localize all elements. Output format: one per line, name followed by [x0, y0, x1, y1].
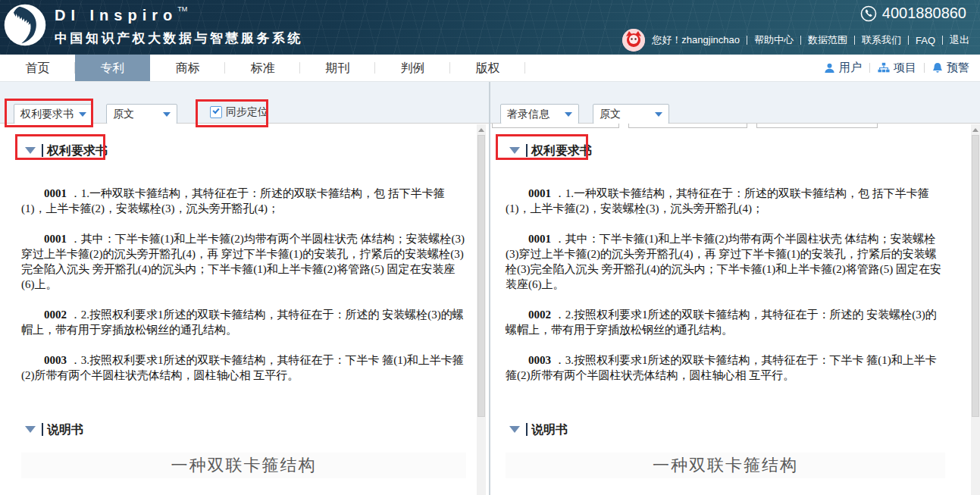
tab-copyright[interactable]: 版权: [450, 55, 525, 81]
right-spec-section-header[interactable]: 说明书: [506, 418, 945, 440]
claim-text: ．1.一种双联卡箍结构，其特征在于：所述的双联卡箍结构，包 括下半卡箍(1)，上…: [506, 187, 929, 215]
nav-user[interactable]: 用户: [824, 61, 862, 75]
avatar: [622, 29, 645, 52]
right-spec-title: 一种双联卡箍结构: [506, 453, 945, 478]
app-header: DI InspiroTM 中国知识产权大数据与智慧服务系统 4001880860: [0, 0, 980, 55]
left-document-pane: 权利要求书 0001 ．1.一种双联卡箍结构，其特征在于：所述的双联卡箍结构，包…: [0, 124, 489, 495]
nav-alert-label: 预警: [947, 61, 969, 75]
collapse-triangle-icon: [25, 147, 36, 154]
divider: [854, 36, 855, 45]
sync-checkbox-label: 同步定位: [226, 105, 268, 119]
phone-block: 4001880860: [860, 5, 966, 22]
right-spec-heading: 说明书: [526, 423, 568, 436]
claim-number: 0003: [44, 354, 67, 366]
left-pane-scrollbar[interactable]: [477, 124, 486, 495]
partial-field-box: [492, 124, 619, 128]
scrollbar-thumb[interactable]: [972, 135, 979, 417]
sync-locate-control: 同步定位: [210, 105, 268, 119]
chevron-down-icon: [655, 112, 662, 117]
bell-icon: [932, 62, 943, 74]
chevron-down-icon: [163, 112, 171, 117]
tab-patent[interactable]: 专利: [75, 55, 150, 81]
logo-icon: [3, 3, 47, 47]
left-claims-heading: 权利要求书: [42, 144, 108, 157]
claim-text: ．1.一种双联卡箍结构，其特征在于：所述的双联卡箍结构，包 括下半卡箍(1)，上…: [21, 187, 445, 215]
claim-paragraph: 0003 ．3.按照权利要求1所述的双联卡箍结构，其特征在于：下半卡 箍(1)和…: [21, 352, 466, 383]
nav-user-label: 用户: [839, 61, 862, 75]
right-view-value: 原文: [600, 108, 621, 121]
main-nav: 首页 专利 商标 标准 期刊 判例 版权 用户 项目 预警: [0, 55, 980, 81]
chevron-down-icon: [79, 112, 86, 117]
left-doc-part-select[interactable]: 权利要求书: [14, 104, 93, 124]
claim-paragraph: 0002 ．2.按照权利要求1所述的双联卡箍结构，其特征在于：所述的 安装螺栓(…: [506, 307, 945, 337]
claim-paragraph: 0003 ．3.按照权利要求1所述的双联卡箍结构，其特征在于：下半卡 箍(1)和…: [506, 352, 945, 383]
tab-standard[interactable]: 标准: [225, 55, 300, 81]
claim-text: ．2.按照权利要求1所述的双联卡箍结构，其特征在于：所述的 安装螺栓(3)的螺帽…: [506, 309, 937, 336]
phone-number: 4001880860: [882, 5, 966, 22]
claim-text: ．3.按照权利要求1所述的双联卡箍结构，其特征在于：下半卡 箍(1)和上半卡箍(…: [21, 354, 464, 381]
tab-case[interactable]: 判例: [375, 55, 450, 81]
divider: [942, 36, 943, 45]
divider: [869, 63, 870, 73]
link-contact-us[interactable]: 联系我们: [862, 33, 901, 47]
brand-block: DI InspiroTM 中国知识产权大数据与智慧服务系统: [55, 7, 303, 47]
link-help-center[interactable]: 帮助中心: [754, 33, 794, 47]
divider: [924, 63, 925, 73]
claim-paragraph: 0001 ．其中：下半卡箍(1)和上半卡箍(2)均带有两个半圆柱状壳 体结构；安…: [21, 231, 466, 292]
left-view-value: 原文: [113, 108, 134, 121]
tab-trademark[interactable]: 商标: [150, 55, 225, 81]
brand-tm: TM: [177, 5, 187, 13]
right-doc-part-select[interactable]: 著录信息: [500, 104, 579, 124]
nav-project-label: 项目: [894, 61, 916, 75]
left-claims-section-header[interactable]: 权利要求书: [21, 139, 466, 161]
link-logout[interactable]: 退出: [950, 33, 969, 47]
right-claims-body: 0001 ．1.一种双联卡箍结构，其特征在于：所述的双联卡箍结构，包 括下半卡箍…: [506, 186, 945, 383]
scroll-up-icon[interactable]: [971, 124, 980, 135]
claim-text: ．其中：下半卡箍(1)和上半卡箍(2)均带有两个半圆柱状壳 体结构；安装螺栓(3…: [506, 233, 941, 290]
nav-right: 用户 项目 预警: [824, 55, 969, 81]
claim-number: 0001: [528, 233, 551, 245]
right-view-select[interactable]: 原文: [593, 104, 669, 124]
left-spec-section-header[interactable]: 说明书: [21, 418, 466, 440]
brand-subtitle: 中国知识产权大数据与智慧服务系统: [55, 30, 303, 47]
divider: [908, 36, 909, 45]
claim-number: 0002: [44, 309, 67, 321]
nav-project[interactable]: 项目: [878, 61, 916, 75]
claim-paragraph: 0001 ．1.一种双联卡箍结构，其特征在于：所述的双联卡箍结构，包 括下半卡箍…: [21, 186, 466, 216]
phone-icon: [860, 5, 877, 22]
claim-text: ．2.按照权利要求1所述的双联卡箍结构，其特征在于：所述的 安装螺栓(3)的螺帽…: [21, 309, 464, 336]
right-claims-section-header[interactable]: 权利要求书: [506, 139, 945, 161]
claim-paragraph: 0002 ．2.按照权利要求1所述的双联卡箍结构，其特征在于：所述的 安装螺栓(…: [21, 307, 466, 337]
divider: [747, 36, 747, 45]
scrollbar-thumb[interactable]: [477, 135, 485, 417]
right-pane-scrollbar[interactable]: [971, 124, 980, 495]
tab-journal[interactable]: 期刊: [300, 55, 375, 81]
project-icon: [878, 62, 890, 74]
claim-number: 0002: [528, 309, 551, 321]
tab-home[interactable]: 首页: [0, 55, 75, 81]
partial-field-box: [628, 124, 747, 128]
claim-text: ．3.按照权利要求1所述的双联卡箍结构，其特征在于：下半卡 箍(1)和上半卡箍(…: [506, 354, 937, 381]
divider: [800, 36, 801, 45]
chevron-down-icon: [565, 112, 572, 117]
partial-field-box: [756, 124, 878, 128]
user-bar: 您好！zhangjinchao 帮助中心 数据范围 联系我们 FAQ 退出: [622, 29, 969, 52]
claim-number: 0001: [44, 233, 67, 245]
link-faq[interactable]: FAQ: [916, 35, 935, 46]
claim-number: 0001: [44, 187, 67, 199]
user-greeting: 您好！zhangjinchao: [652, 33, 740, 47]
right-document-pane: 权利要求书 0001 ．1.一种双联卡箍结构，其特征在于：所述的双联卡箍结构，包…: [490, 124, 980, 495]
collapse-triangle-icon: [509, 426, 520, 433]
link-data-scope[interactable]: 数据范围: [808, 33, 847, 47]
left-claims-body: 0001 ．1.一种双联卡箍结构，其特征在于：所述的双联卡箍结构，包 括下半卡箍…: [21, 186, 466, 383]
right-claims-heading: 权利要求书: [526, 144, 592, 157]
right-doc-part-value: 著录信息: [507, 108, 549, 121]
nav-alert[interactable]: 预警: [932, 61, 969, 75]
sync-checkbox[interactable]: [210, 106, 222, 118]
claim-number: 0001: [528, 187, 551, 199]
left-view-select[interactable]: 原文: [106, 104, 177, 124]
claim-text: ．其中：下半卡箍(1)和上半卡箍(2)均带有两个半圆柱状壳 体结构；安装螺栓(3…: [21, 233, 465, 290]
left-spec-heading: 说明书: [42, 423, 83, 436]
scroll-up-icon[interactable]: [477, 124, 486, 135]
claim-number: 0003: [528, 354, 551, 366]
